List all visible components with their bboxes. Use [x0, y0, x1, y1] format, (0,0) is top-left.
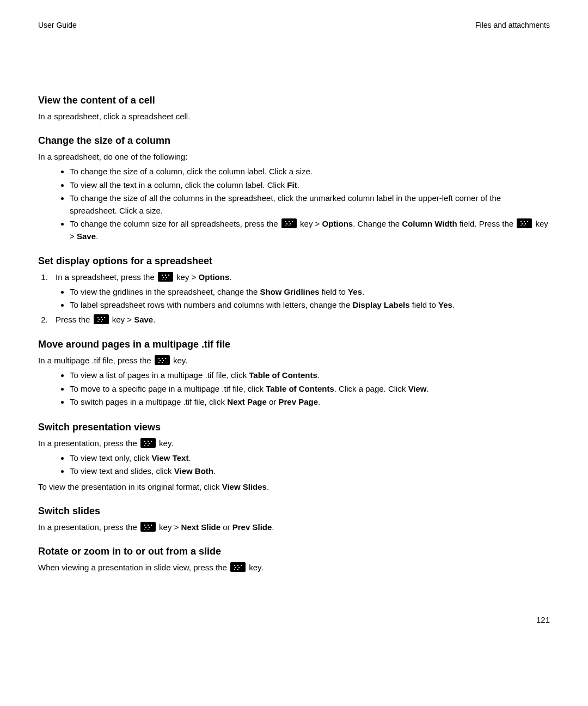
text: When viewing a presentation in slide vie… [38, 562, 550, 573]
menu-key-icon [281, 218, 297, 228]
list-item: To view text and slides, click View Both… [70, 465, 550, 478]
bold-text: Show Gridlines [260, 287, 319, 296]
bold-text: Save [77, 232, 96, 241]
menu-key-icon [517, 218, 532, 228]
bullet-list: To change the size of a column, click th… [38, 166, 550, 242]
text: . Change the [353, 219, 402, 228]
text: key > [298, 219, 322, 228]
list-item: To view text only, click View Text. [70, 452, 550, 465]
bold-text: Display Labels [352, 300, 409, 309]
text: . [318, 397, 320, 406]
text: Press the [56, 315, 93, 324]
text: key. [157, 439, 174, 448]
text: . [297, 180, 299, 190]
list-item: To move to a specific page in a multipag… [70, 383, 550, 395]
text: . [272, 522, 274, 532]
bold-text: Column Width [402, 219, 457, 228]
text: . [317, 370, 320, 380]
page-number: 121 [536, 615, 550, 624]
list-item: To change the column size for all spread… [70, 218, 550, 242]
list-item: To view a list of pages in a multipage .… [70, 369, 550, 382]
text: key. [247, 563, 264, 572]
text: In a spreadsheet, press the [56, 272, 157, 282]
bold-text: Table of Contents [249, 370, 317, 380]
list-item: To view the gridlines in the spreadsheet… [70, 286, 550, 299]
text: . [267, 482, 269, 491]
text: or [220, 522, 232, 532]
text: In a spreadsheet, click a spreadsheet ce… [38, 111, 550, 122]
heading-rotate-zoom: Rotate or zoom in to or out from a slide [38, 546, 550, 557]
bold-text: Prev Page [279, 397, 318, 406]
text: In a presentation, press the key > Next … [38, 521, 550, 533]
bullet-list: To view text only, click View Text. To v… [38, 452, 550, 478]
heading-presentation-views: Switch presentation views [38, 422, 550, 433]
text: To view the presentation in its original… [38, 482, 222, 491]
bold-text: Table of Contents [266, 384, 334, 393]
list-item: To switch pages in a multipage .tif file… [70, 396, 550, 409]
text: . [188, 453, 191, 462]
bullet-list: To view the gridlines in the spreadsheet… [56, 286, 550, 312]
bold-text: Yes [348, 287, 362, 296]
text: In a multipage .tif file, press the [38, 356, 154, 365]
numbered-list: In a spreadsheet, press the key > Option… [38, 271, 550, 326]
text: In a multipage .tif file, press the key. [38, 355, 550, 366]
list-item: To change the size of a column, click th… [70, 166, 550, 178]
bold-text: Options [199, 272, 230, 282]
text: When viewing a presentation in slide vie… [38, 563, 229, 572]
text: To change the column size for all spread… [70, 219, 280, 228]
bold-text: View [408, 384, 427, 393]
bullet-list: To view a list of pages in a multipage .… [38, 369, 550, 409]
text: In a presentation, press the key. [38, 437, 550, 449]
text: key > [157, 522, 181, 532]
text: In a spreadsheet, do one of the followin… [38, 151, 550, 162]
text: To view the gridlines in the spreadsheet… [70, 287, 260, 296]
header-right: Files and attachments [475, 21, 550, 29]
text: key. [171, 356, 188, 365]
bold-text: Next Page [227, 397, 267, 406]
text: key > [110, 315, 134, 324]
text: . [96, 232, 98, 241]
text: . [452, 300, 455, 309]
text: To view the presentation in its original… [38, 481, 550, 492]
text: key > [174, 272, 199, 282]
list-item: Press the key > Save. [50, 314, 550, 326]
text: . [362, 287, 364, 296]
bold-text: Prev Slide [232, 522, 272, 532]
menu-key-icon [140, 438, 156, 448]
text: . [427, 384, 429, 393]
bold-text: Next Slide [181, 522, 221, 532]
heading-switch-slides: Switch slides [38, 506, 550, 517]
text: To label spreadsheet rows with numbers a… [70, 300, 352, 309]
text: field to [320, 287, 348, 296]
bold-text: Fit [287, 180, 297, 190]
bold-text: View Both [174, 466, 213, 476]
text: In a presentation, press the [38, 522, 139, 532]
menu-key-icon [230, 562, 246, 572]
bold-text: Save [134, 315, 153, 324]
text: To view all the text in a column, click … [70, 180, 287, 190]
page: User Guide Files and attachments View th… [0, 0, 588, 706]
list-item: In a spreadsheet, press the key > Option… [50, 271, 550, 312]
page-header: User Guide Files and attachments [38, 21, 550, 29]
text: To view text and slides, click [70, 466, 174, 476]
menu-key-icon [158, 272, 173, 282]
heading-view-cell: View the content of a cell [38, 95, 550, 106]
text: To switch pages in a multipage .tif file… [70, 397, 227, 406]
bold-text: Yes [438, 300, 452, 309]
text: . [213, 466, 216, 476]
list-item: To label spreadsheet rows with numbers a… [70, 299, 550, 312]
text: field. Press the [457, 219, 516, 228]
bold-text: View Slides [222, 482, 267, 491]
text: or [267, 397, 279, 406]
text: To view a list of pages in a multipage .… [70, 370, 249, 380]
list-item: To view all the text in a column, click … [70, 179, 550, 192]
menu-key-icon [140, 522, 156, 532]
text: . Click a page. Click [334, 384, 408, 393]
header-left: User Guide [38, 21, 77, 29]
text: In a presentation, press the [38, 439, 139, 448]
menu-key-icon [94, 314, 109, 324]
bold-text: View Text [152, 453, 189, 462]
bold-text: Options [322, 219, 353, 228]
heading-change-column: Change the size of a column [38, 135, 550, 147]
list-item: To change the size of all the columns in… [70, 192, 550, 217]
